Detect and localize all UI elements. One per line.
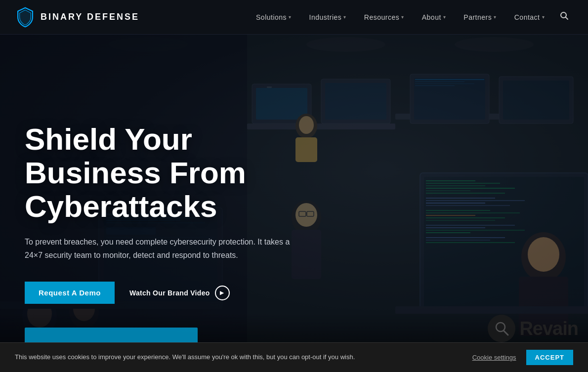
hero-title: Shield Your Business From Cyberattacks <box>25 123 336 224</box>
logo-shield-icon <box>15 7 36 28</box>
nav-item-industries[interactable]: Industries ▾ <box>302 9 353 25</box>
navbar: BINARY DEFENSE Solutions ▾ Industries ▾ … <box>0 0 588 35</box>
cookie-settings-link[interactable]: Cookie settings <box>472 354 516 361</box>
nav-item-about[interactable]: About ▾ <box>415 9 453 25</box>
logo-link[interactable]: BINARY DEFENSE <box>15 7 139 28</box>
resources-chevron-icon: ▾ <box>401 14 404 20</box>
svg-line-79 <box>504 331 508 335</box>
hero-cta-row: Request A Demo Watch Our Brand Video ▶ <box>25 282 336 304</box>
watch-video-label: Watch Our Brand Video <box>129 289 210 297</box>
nav-item-solutions[interactable]: Solutions ▾ <box>249 9 298 25</box>
revain-badge: Revain <box>488 315 578 342</box>
cookie-message: This website uses cookies to improve you… <box>15 353 361 362</box>
about-chevron-icon: ▾ <box>443 14 446 20</box>
search-icon[interactable] <box>555 7 573 27</box>
contact-chevron-icon: ▾ <box>542 14 545 20</box>
revain-icon <box>488 315 515 342</box>
revain-label: Revain <box>519 318 578 339</box>
watch-video-button[interactable]: Watch Our Brand Video ▶ <box>129 286 230 300</box>
cookie-banner: This website uses cookies to improve you… <box>0 342 588 372</box>
cookie-actions: Cookie settings ACCEPT <box>472 350 573 365</box>
nav-links: Solutions ▾ Industries ▾ Resources ▾ Abo… <box>249 7 573 27</box>
solutions-chevron-icon: ▾ <box>289 14 292 20</box>
partners-chevron-icon: ▾ <box>494 14 497 20</box>
nav-item-resources[interactable]: Resources ▾ <box>357 9 411 25</box>
industries-chevron-icon: ▾ <box>343 14 346 20</box>
play-icon: ▶ <box>215 286 230 300</box>
request-demo-button[interactable]: Request A Demo <box>25 282 115 304</box>
nav-item-partners[interactable]: Partners ▾ <box>457 9 503 25</box>
hero-content: Shield Your Business From Cyberattacks T… <box>0 123 336 304</box>
hero-subtitle: To prevent breaches, you need complete c… <box>25 235 301 262</box>
accept-cookie-button[interactable]: ACCEPT <box>526 350 573 365</box>
nav-item-contact[interactable]: Contact ▾ <box>507 9 551 25</box>
brand-name: BINARY DEFENSE <box>41 12 139 22</box>
svg-line-1 <box>566 17 568 20</box>
